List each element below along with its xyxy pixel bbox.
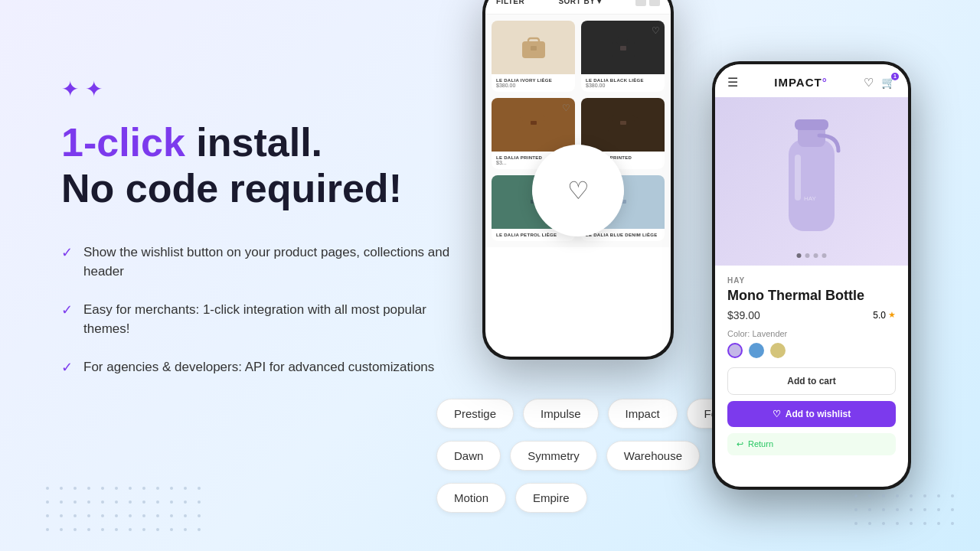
theme-prestige[interactable]: Prestige: [436, 399, 514, 429]
product-detail-content: HAY Mono Thermal Bottle $39.00 5.0 ★ Col…: [715, 266, 908, 466]
svg-rect-8: [531, 121, 537, 125]
cart-nav-icon[interactable]: 🛒 1: [881, 76, 896, 90]
theme-empire[interactable]: Empire: [515, 483, 587, 513]
add-to-wishlist-button[interactable]: ♡ Add to wishlist: [727, 401, 896, 427]
dot: [184, 514, 187, 517]
theme-warehouse[interactable]: Warehouse: [606, 441, 700, 471]
features-list: ✓ Show the wishlist button on your produ…: [61, 243, 459, 377]
theme-impact[interactable]: Impact: [608, 399, 678, 429]
list-icon: [649, 0, 660, 6]
dot: [46, 500, 49, 504]
dot: [910, 508, 913, 511]
product-detail-image: HAY: [715, 97, 908, 266]
svg-text:HAY: HAY: [804, 195, 817, 202]
color-swatches: [727, 343, 896, 358]
dot: [923, 522, 926, 525]
dot: [74, 514, 77, 517]
dot: [101, 500, 104, 504]
themes-container: Prestige Impulse Impact Focal Dawn Symme…: [436, 399, 750, 513]
phone1-header: FILTER SORT BY ▾: [485, 0, 671, 15]
phone-product-screen: ☰ IMPACT° ♡ 🛒 1: [715, 64, 908, 487]
dot: [60, 487, 63, 490]
filter-button[interactable]: FILTER: [496, 0, 524, 5]
price-rating-row: $39.00 5.0 ★: [727, 309, 896, 321]
product-card-2[interactable]: LE DALIA BLACK LIÈGE $380.00 ♡: [581, 21, 665, 92]
dot: [184, 487, 187, 490]
dot: [882, 522, 885, 525]
dot: [910, 522, 913, 525]
header-action-icons: ♡ 🛒 1: [864, 76, 896, 90]
theme-motion[interactable]: Motion: [436, 483, 506, 513]
dot: [896, 508, 899, 511]
dot: [868, 494, 871, 497]
headline-highlight: 1-click: [61, 120, 185, 165]
dot: [868, 522, 871, 525]
phone2-header: ☰ IMPACT° ♡ 🛒 1: [715, 64, 908, 97]
star-icon: ★: [888, 310, 896, 320]
dot: [142, 528, 145, 531]
dot-1: [797, 253, 802, 258]
brand-logo: IMPACT°: [774, 76, 827, 89]
theme-row-3: Motion Empire: [436, 483, 750, 513]
view-toggle[interactable]: [635, 0, 660, 6]
theme-dawn[interactable]: Dawn: [436, 441, 501, 471]
dot: [156, 500, 159, 504]
product-info-2: LE DALIA BLACK LIÈGE $380.00: [581, 74, 665, 92]
dot: [129, 500, 132, 504]
dot: [198, 487, 201, 490]
product-price-2: $380.00: [586, 83, 660, 88]
bottle-illustration: HAY: [766, 116, 858, 246]
dot: [198, 500, 201, 504]
magic-icon: ✦ ✦: [61, 77, 459, 102]
dot: [156, 487, 159, 490]
phone-bag-listing: FILTER SORT BY ▾ LE DALIA IVORY LIÈGE $3…: [482, 0, 674, 360]
wishlist-overlay-circle[interactable]: ♡: [532, 145, 624, 236]
dot: [951, 522, 954, 525]
product-rating: 5.0 ★: [873, 310, 896, 321]
dot: [142, 514, 145, 517]
dot: [46, 514, 49, 517]
dot: [142, 500, 145, 504]
dot: [87, 528, 90, 531]
product-image-4: [581, 98, 665, 152]
dot: [854, 508, 858, 511]
product-card-1[interactable]: LE DALIA IVORY LIÈGE $380.00: [492, 21, 575, 92]
dot: [923, 494, 926, 497]
dot-3: [814, 253, 818, 258]
return-icon: ↩: [737, 439, 743, 449]
dot: [60, 514, 63, 517]
decorative-dots-right: const dotsRight = document.querySelector…: [854, 494, 957, 528]
check-icon-3: ✓: [61, 359, 73, 376]
color-swatch-blue[interactable]: [749, 343, 764, 358]
dot: [115, 514, 118, 517]
wishlist-nav-icon[interactable]: ♡: [864, 76, 874, 90]
menu-icon[interactable]: ☰: [727, 75, 738, 90]
return-info: ↩ Return: [727, 433, 896, 455]
dot: [910, 494, 913, 497]
add-to-cart-button[interactable]: Add to cart: [727, 367, 896, 395]
wishlist-btn-label: Add to wishlist: [786, 409, 851, 419]
wishlist-heart-2[interactable]: ♡: [652, 25, 660, 36]
dot: [87, 514, 90, 517]
wishlist-heart-3[interactable]: ♡: [562, 103, 570, 113]
sort-button[interactable]: SORT BY ▾: [558, 0, 601, 5]
dot: [170, 487, 173, 490]
phone-product-detail: ☰ IMPACT° ♡ 🛒 1: [712, 61, 911, 490]
dot: [156, 528, 159, 531]
color-swatch-lavender[interactable]: [727, 343, 743, 358]
color-label-text: Color: Lavender: [727, 329, 896, 338]
theme-symmetry[interactable]: Symmetry: [510, 441, 597, 471]
dot: [937, 508, 940, 511]
dot: [896, 522, 899, 525]
theme-impulse[interactable]: Impulse: [523, 399, 599, 429]
feature-text-1: Show the wishlist button on your product…: [83, 243, 459, 282]
dot: [46, 528, 49, 531]
feature-item-2: ✓ Easy for merchants: 1-click integratio…: [61, 300, 459, 339]
dot: [198, 514, 201, 517]
svg-rect-20: [795, 119, 828, 130]
dot: [46, 487, 49, 490]
dot: [60, 500, 63, 504]
grid-icon: [635, 0, 646, 6]
svg-rect-11: [620, 121, 626, 125]
color-swatch-gold[interactable]: [770, 343, 786, 358]
